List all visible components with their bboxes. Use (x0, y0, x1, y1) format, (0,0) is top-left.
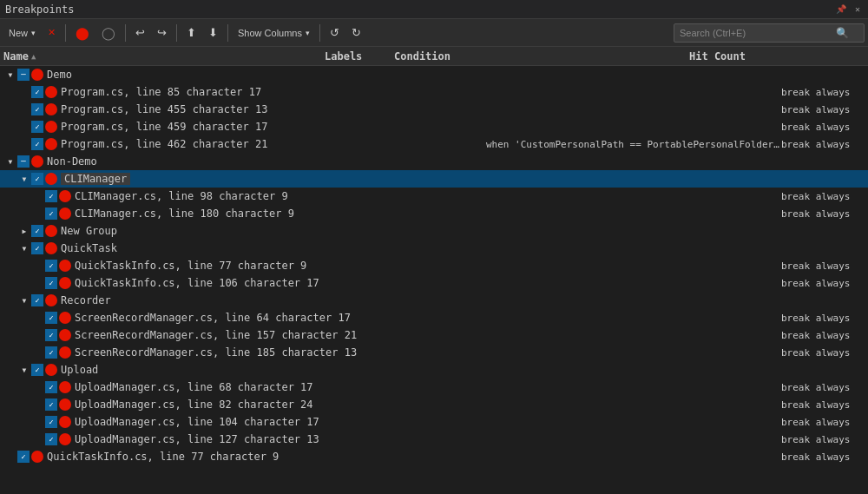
undo-button[interactable]: ↩ (130, 23, 150, 43)
expand-button[interactable] (17, 293, 31, 307)
export-button[interactable]: ⬆ (181, 23, 201, 43)
toolbar: New ✕ ⬤ ◯ ↩ ↪ ⬆ ⬇ Show Columns ↺ ↻ 🔍 (0, 19, 868, 47)
breakpoint-row[interactable]: UploadManager.cs, line 127 character 13b… (0, 431, 868, 448)
checkbox[interactable] (31, 86, 43, 98)
col-labels-header: Labels (325, 50, 394, 63)
breakpoint-dot (45, 103, 57, 115)
checkbox[interactable] (17, 155, 30, 168)
expand-button[interactable] (3, 68, 17, 82)
row-label: Program.cs, line 455 character 13 (61, 103, 267, 115)
breakpoint-dot (59, 381, 71, 393)
checkbox[interactable] (45, 312, 57, 324)
expand-button[interactable] (17, 224, 31, 238)
breakpoint-row[interactable]: Program.cs, line 462 character 21when 'C… (0, 135, 868, 153)
redo-button[interactable]: ↪ (152, 23, 172, 43)
delete-button[interactable]: ✕ (43, 23, 61, 43)
row-label: New Group (61, 225, 117, 237)
breakpoint-row[interactable]: CLIManager.cs, line 98 character 9break … (0, 188, 868, 205)
row-hitcount: break always (781, 260, 868, 272)
group-row[interactable]: Demo (0, 66, 868, 83)
breakpoint-dot (45, 121, 57, 133)
import-icon: ⬇ (208, 26, 218, 39)
close-button[interactable]: ✕ (852, 3, 863, 15)
group-row[interactable]: QuickTask (0, 240, 868, 257)
breakpoint-row[interactable]: UploadManager.cs, line 82 character 24br… (0, 396, 868, 413)
checkbox[interactable] (31, 173, 43, 185)
checkbox[interactable] (45, 329, 57, 341)
disable-all-button[interactable]: ◯ (96, 23, 121, 43)
breakpoint-row[interactable]: QuickTaskInfo.cs, line 77 character 9bre… (0, 448, 868, 465)
expand-button[interactable] (17, 363, 31, 377)
checkbox[interactable] (31, 103, 43, 115)
breakpoint-row[interactable]: CLIManager.cs, line 180 character 9break… (0, 205, 868, 222)
search-input[interactable] (680, 28, 836, 38)
breakpoint-row[interactable]: Program.cs, line 85 character 17break al… (0, 83, 868, 101)
checkbox[interactable] (45, 260, 57, 272)
row-label: QuickTaskInfo.cs, line 77 character 9 (75, 260, 306, 272)
go-prev-button[interactable]: ↺ (325, 23, 345, 43)
import-button[interactable]: ⬇ (203, 23, 223, 43)
checkbox[interactable] (17, 451, 30, 463)
group-row[interactable]: Non-Demo (0, 153, 868, 170)
separator-5 (319, 24, 320, 42)
checkbox[interactable] (31, 294, 43, 306)
redo-icon: ↪ (157, 26, 167, 39)
breakpoint-row[interactable]: UploadManager.cs, line 104 character 17b… (0, 413, 868, 431)
go-prev-icon: ↺ (330, 26, 339, 39)
breakpoint-row[interactable]: QuickTaskInfo.cs, line 106 character 17b… (0, 274, 868, 292)
checkbox[interactable] (45, 416, 57, 428)
checkbox[interactable] (31, 121, 43, 133)
breakpoints-tree: DemoProgram.cs, line 85 character 17brea… (0, 66, 868, 494)
row-hitcount: break always (781, 122, 868, 133)
breakpoint-row[interactable]: Program.cs, line 459 character 17break a… (0, 118, 868, 135)
breakpoint-dot (59, 416, 71, 428)
breakpoint-dot (45, 173, 57, 185)
breakpoint-dot (31, 155, 43, 168)
checkbox[interactable] (45, 277, 57, 289)
group-row[interactable]: New Group (0, 222, 868, 240)
breakpoint-row[interactable]: Program.cs, line 455 character 13break a… (0, 101, 868, 118)
row-label: ScreenRecordManager.cs, line 185 charact… (75, 346, 357, 359)
go-next-button[interactable]: ↻ (346, 23, 366, 43)
pin-button[interactable]: 📌 (833, 3, 849, 15)
breakpoint-row[interactable]: ScreenRecordManager.cs, line 157 charact… (0, 326, 868, 344)
expand-button[interactable] (3, 155, 17, 168)
breakpoint-row[interactable]: UploadManager.cs, line 68 character 17br… (0, 379, 868, 396)
show-columns-button[interactable]: Show Columns (233, 23, 315, 43)
expand-button[interactable] (17, 241, 31, 255)
breakpoint-row[interactable]: ScreenRecordManager.cs, line 64 characte… (0, 309, 868, 326)
row-hitcount: break always (781, 104, 868, 115)
group-row[interactable]: Upload (0, 361, 868, 379)
breakpoint-dot (59, 260, 71, 272)
checkbox[interactable] (45, 398, 57, 411)
checkbox[interactable] (17, 69, 30, 81)
group-row[interactable]: Recorder (0, 292, 868, 309)
row-hitcount: break always (781, 382, 868, 393)
checkbox[interactable] (31, 242, 43, 254)
breakpoint-row[interactable]: ScreenRecordManager.cs, line 185 charact… (0, 344, 868, 361)
breakpoint-row[interactable]: QuickTaskInfo.cs, line 77 character 9bre… (0, 257, 868, 274)
enable-all-icon: ⬤ (76, 26, 89, 40)
row-hitcount: break always (781, 87, 868, 98)
checkbox[interactable] (45, 190, 57, 202)
checkbox[interactable] (45, 433, 57, 445)
checkbox[interactable] (31, 225, 43, 237)
checkbox[interactable] (31, 364, 43, 376)
row-label: Recorder (61, 294, 111, 306)
search-icon: 🔍 (836, 27, 849, 39)
new-button[interactable]: New (3, 23, 41, 43)
checkbox[interactable] (45, 346, 57, 359)
breakpoint-dot (45, 225, 57, 237)
col-name-header[interactable]: Name ▲ (3, 50, 325, 63)
separator-1 (65, 24, 66, 42)
group-row[interactable]: CLIManager (0, 170, 868, 188)
checkbox[interactable] (45, 381, 57, 393)
breakpoint-dot (59, 207, 71, 220)
checkbox[interactable] (31, 138, 43, 150)
enable-all-button[interactable]: ⬤ (70, 23, 95, 43)
checkbox[interactable] (45, 207, 57, 220)
row-label: QuickTaskInfo.cs, line 106 character 17 (75, 277, 319, 289)
expand-button[interactable] (17, 172, 31, 186)
row-label: UploadManager.cs, line 82 character 24 (75, 398, 313, 411)
title-bar-left: Breakpoints (5, 3, 74, 16)
